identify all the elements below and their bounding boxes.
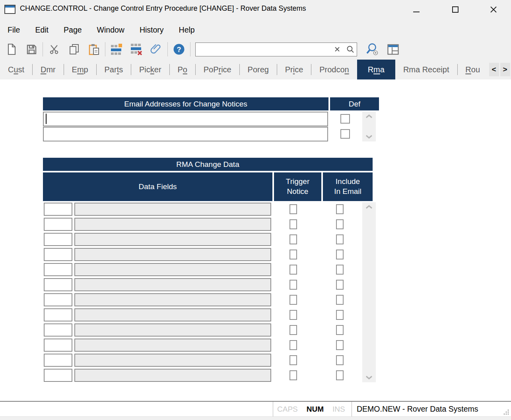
tab-rma-receipt[interactable]: Rma Receipt [395,60,457,79]
rma-row-3-data-field[interactable] [74,248,271,261]
rma-row-10-include-in-email-checkbox[interactable] [336,355,344,365]
rma-row-10-trigger-notice-checkbox[interactable] [290,355,297,365]
rma-row-4-trigger-notice-checkbox[interactable] [290,265,297,275]
maximize-button[interactable] [444,1,467,18]
rma-row-1-data-field[interactable] [74,218,271,231]
def-checkbox-0[interactable] [340,114,350,124]
rma-row-4-data-field[interactable] [74,263,271,276]
menu-help[interactable]: Help [171,21,202,39]
tab-price[interactable]: Price [277,60,311,79]
rma-row-2-include-in-email-checkbox[interactable] [336,234,344,244]
rma-row-0-data-field[interactable] [74,203,271,216]
email-address-input-0[interactable] [43,112,328,126]
scroll-down-icon[interactable] [365,135,373,139]
rma-row-6-include-in-email-checkbox[interactable] [336,295,344,305]
email-address-input-1[interactable] [43,127,328,141]
menu-history[interactable]: History [132,21,171,39]
tab-rma[interactable]: Rma [357,60,395,79]
close-button[interactable] [482,1,505,18]
rma-row-3-include-in-email-checkbox[interactable] [336,250,344,259]
search-clear-button[interactable] [330,43,344,56]
scroll-up-icon[interactable] [365,114,373,118]
save-button[interactable] [21,40,41,58]
rma-row-9-trigger-notice-checkbox[interactable] [290,340,297,350]
menu-window[interactable]: Window [89,21,132,39]
rma-row-1-trigger-notice-checkbox[interactable] [290,219,297,229]
tab-poreg[interactable]: Poreg [240,60,277,79]
menu-page[interactable]: Page [56,21,89,39]
resize-grip[interactable] [503,408,510,416]
rma-row-5-data-field[interactable] [74,278,271,291]
tab-scroll-right-button[interactable]: > [500,63,510,76]
layout-button[interactable] [383,40,403,58]
rma-row-5-index-input[interactable] [44,278,72,291]
rma-row-7-data-field[interactable] [74,308,271,321]
def-checkbox-1[interactable] [340,129,350,139]
menu-file[interactable]: File [0,21,27,39]
rma-row-6-data-field[interactable] [74,293,271,306]
rma-row-5-include-in-email-checkbox[interactable] [336,280,344,290]
rma-row-11-include-in-email-checkbox[interactable] [336,370,344,380]
tab-dmr[interactable]: Dmr [33,60,64,79]
cut-button[interactable] [44,40,64,58]
rma-row-3-index-input[interactable] [44,248,72,261]
search-input[interactable] [196,43,330,56]
rma-row-2-data-field[interactable] [74,233,271,246]
rma-row-0-index-input[interactable] [44,203,72,216]
tab-cust[interactable]: Cust [0,60,32,79]
tab-emp[interactable]: Emp [64,60,96,79]
title-bar[interactable]: CHANGE.CONTROL - Change Control Entry Pr… [0,0,511,19]
advanced-search-button[interactable] [362,40,382,58]
rma-row-8-index-input[interactable] [44,323,72,337]
tab-po[interactable]: Po [169,60,195,79]
rma-row-8-include-in-email-checkbox[interactable] [336,325,344,335]
rma-row-1-index-input[interactable] [44,218,72,231]
rma-row-7-index-input[interactable] [44,308,72,321]
tab-picker[interactable]: Picker [131,60,169,79]
rma-row-5-trigger-notice-checkbox[interactable] [290,280,297,290]
rma-row-2-trigger-notice-checkbox[interactable] [290,234,297,244]
rma-scrollbar[interactable] [362,202,376,382]
copy-button[interactable] [64,40,84,58]
new-document-button[interactable] [2,40,21,58]
rma-row-0-include-in-email-checkbox[interactable] [336,204,344,214]
rma-row-2-index-input[interactable] [44,233,72,246]
attachment-button[interactable] [146,40,166,58]
rma-row-11-index-input[interactable] [44,369,72,382]
tab-strip: CustDmrEmpPartsPickerPoPoPricePoregPrice… [0,60,488,79]
rma-row-9-include-in-email-checkbox[interactable] [336,340,344,350]
menu-edit[interactable]: Edit [27,21,56,39]
email-scrollbar[interactable] [362,112,376,141]
rma-row-6-trigger-notice-checkbox[interactable] [290,295,297,305]
rma-row-3-trigger-notice-checkbox[interactable] [290,250,297,259]
rma-row-8-trigger-notice-checkbox[interactable] [290,325,297,335]
tab-rou[interactable]: Rou [457,60,488,79]
rma-row-7-trigger-notice-checkbox[interactable] [290,310,297,320]
search-submit-button[interactable] [344,43,357,56]
insert-row-button[interactable] [107,40,126,58]
scroll-up-icon[interactable] [365,205,373,209]
rma-row-10-data-field[interactable] [74,354,271,367]
rma-row-4-include-in-email-checkbox[interactable] [336,265,344,275]
tab-scroll-left-button[interactable]: < [489,63,499,76]
tab-prodcon[interactable]: Prodcon [311,60,357,79]
rma-row-0-trigger-notice-checkbox[interactable] [290,204,297,214]
rma-row-4-index-input[interactable] [44,263,72,276]
rma-row-8-data-field[interactable] [74,323,271,337]
rma-row-9-data-field[interactable] [74,339,271,352]
paste-button[interactable] [84,40,104,58]
rma-row-7-include-in-email-checkbox[interactable] [336,310,344,320]
help-button[interactable]: ? [169,40,189,58]
copy-icon [69,44,80,55]
tab-poprice[interactable]: PoPrice [196,60,239,79]
tab-parts[interactable]: Parts [97,60,131,79]
rma-row-9-index-input[interactable] [44,339,72,352]
rma-row-11-trigger-notice-checkbox[interactable] [290,370,297,380]
rma-row-1-include-in-email-checkbox[interactable] [336,219,344,229]
rma-row-11-data-field[interactable] [74,369,271,382]
rma-row-10-index-input[interactable] [44,354,72,367]
scroll-down-icon[interactable] [365,375,373,379]
delete-row-button[interactable] [126,40,146,58]
rma-row-6-index-input[interactable] [44,293,72,306]
minimize-button[interactable] [405,1,428,18]
